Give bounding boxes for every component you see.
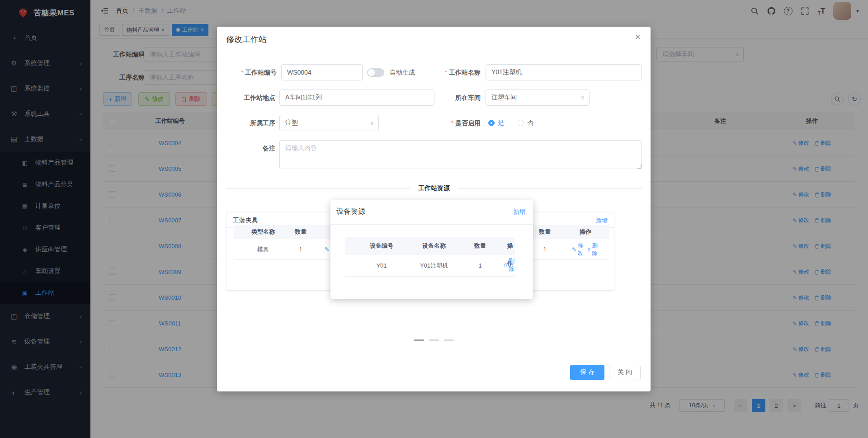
radio-dot-icon <box>518 120 524 126</box>
ws-code-input[interactable] <box>281 64 363 80</box>
radio-dot-icon <box>488 120 495 126</box>
close-button[interactable]: 关 闭 <box>609 365 641 380</box>
col-type-header: 类型名称 <box>251 225 275 239</box>
resources-divider: 工作站资源 <box>226 188 642 188</box>
trash-icon <box>588 247 590 252</box>
row-delete-link[interactable]: 删除 <box>504 257 516 273</box>
autogen-toggle[interactable] <box>367 68 384 77</box>
pencil-icon[interactable]: ✎ <box>325 239 330 260</box>
process-label: 所属工序 <box>226 115 275 131</box>
carousel-dot-3[interactable] <box>444 339 454 341</box>
device-table-body: Y01 Y01注塑机 1 删除 <box>345 254 515 277</box>
col-action-header: 操作 <box>580 225 591 239</box>
autogen-label: 自动生成 <box>390 64 415 80</box>
workshop-select[interactable]: 注塑车间 ∨ <box>486 89 590 106</box>
trash-icon <box>504 262 507 268</box>
save-button[interactable]: 保 存 <box>570 365 604 380</box>
enable-label: 是否启用 <box>417 115 481 131</box>
dialog-title: 修改工作站 <box>226 34 267 45</box>
col-device-name-header: 设备名称 <box>422 237 446 254</box>
device-table: 设备编号 设备名称 数量 操作 Y01 Y01注塑机 1 删除 <box>345 237 515 277</box>
device-add-link[interactable]: 新增 <box>513 208 526 216</box>
device-table-header: 设备编号 设备名称 数量 操作 <box>345 237 515 254</box>
workshop-label: 所在车间 <box>417 89 481 106</box>
remark-label: 备注 <box>226 140 275 156</box>
col-qty-header: 数量 <box>474 237 486 254</box>
ws-name-input[interactable] <box>486 64 642 80</box>
ws-code-label: 工作站编号 <box>226 64 277 80</box>
carousel-dot-1[interactable] <box>414 339 424 341</box>
row-edit-link[interactable]: ✎修改 <box>572 242 583 257</box>
fixture-qty-cell: 1 <box>299 239 302 260</box>
carousel-dot-2[interactable] <box>429 339 439 341</box>
col-qty-header: 数量 <box>539 225 551 239</box>
fixture-card-title: 工装夹具 <box>233 217 258 225</box>
popup-header: 设备资源 新增 <box>330 200 533 225</box>
device-resource-popup: 设备资源 新增 设备编号 设备名称 数量 操作 Y01 Y01注塑机 1 删除 <box>330 200 533 299</box>
ws-location-input[interactable] <box>279 89 434 106</box>
resource-add-link[interactable]: 新增 <box>596 217 608 225</box>
enable-no-radio[interactable]: 否 <box>518 115 533 131</box>
fixture-type-cell: 模具 <box>257 239 269 260</box>
device-qty-cell: 1 <box>478 254 481 277</box>
device-row: Y01 Y01注塑机 1 删除 <box>345 254 515 277</box>
process-select[interactable]: 注塑 ∨ <box>279 115 379 131</box>
chevron-down-icon: ∨ <box>370 120 374 126</box>
remark-textarea[interactable] <box>279 140 642 169</box>
resources-divider-label: 工作站资源 <box>410 184 458 193</box>
resource-row-actions: ✎修改 删除 <box>572 239 599 260</box>
popup-title: 设备资源 <box>336 207 365 217</box>
pencil-icon: ✎ <box>572 246 576 253</box>
ws-location-label: 工作站地点 <box>226 89 275 106</box>
ws-name-label: 工作站名称 <box>417 64 481 80</box>
col-qty-header: 数量 <box>295 225 307 239</box>
carousel-indicators <box>217 339 651 341</box>
col-device-code-header: 设备编号 <box>370 237 393 254</box>
dialog-close-icon[interactable]: × <box>635 32 641 42</box>
device-code-cell: Y01 <box>376 254 387 277</box>
chevron-down-icon: ∨ <box>580 94 585 101</box>
resource-qty-cell: 1 <box>543 239 546 260</box>
edit-workstation-dialog: 修改工作站 × 工作站编号 自动生成 工作站名称 工作站地点 所在车间 注塑车间… <box>217 27 651 391</box>
device-row-actions: 删除 <box>504 254 516 275</box>
device-name-cell: Y01注塑机 <box>420 254 448 277</box>
row-delete-link[interactable]: 删除 <box>588 242 599 257</box>
enable-yes-radio[interactable]: 是 <box>488 115 504 131</box>
toggle-knob <box>368 69 375 76</box>
